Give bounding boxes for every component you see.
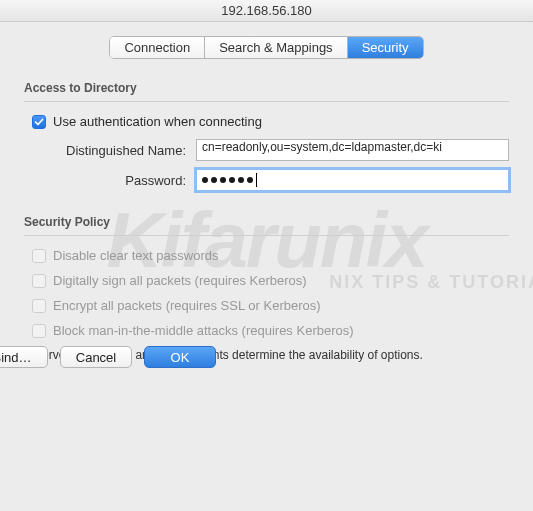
tab-bar: Connection Search & Mappings Security: [24, 36, 509, 59]
policy-row-cleartext: Disable clear text passwords: [32, 248, 509, 263]
tab-search-mappings[interactable]: Search & Mappings: [205, 37, 347, 58]
policy-encrypt-label: Encrypt all packets (requires SSL or Ker…: [53, 298, 321, 313]
use-auth-row[interactable]: Use authentication when connecting: [32, 114, 509, 129]
divider: [24, 101, 509, 102]
dn-label: Distinguished Name:: [36, 143, 196, 158]
divider: [24, 235, 509, 236]
ok-button[interactable]: OK: [144, 346, 216, 368]
distinguished-name-input[interactable]: cn=readonly,ou=system,dc=ldapmaster,dc=k…: [196, 139, 509, 161]
policy-mitm-label: Block man-in-the-middle attacks (require…: [53, 323, 354, 338]
use-auth-checkbox[interactable]: [32, 115, 46, 129]
window-title: 192.168.56.180: [0, 0, 533, 22]
bind-button[interactable]: Bind…: [0, 346, 48, 368]
check-icon: [34, 117, 44, 127]
policy-row-mitm: Block man-in-the-middle attacks (require…: [32, 323, 509, 338]
policy-sign-label: Digitally sign all packets (requires Ker…: [53, 273, 307, 288]
password-label: Password:: [36, 173, 196, 188]
policy-cleartext-label: Disable clear text passwords: [53, 248, 218, 263]
policy-mitm-checkbox: [32, 324, 46, 338]
policy-cleartext-checkbox: [32, 249, 46, 263]
use-auth-label: Use authentication when connecting: [53, 114, 262, 129]
policy-row-sign: Digitally sign all packets (requires Ker…: [32, 273, 509, 288]
tab-connection[interactable]: Connection: [110, 37, 205, 58]
policy-row-encrypt: Encrypt all packets (requires SSL or Ker…: [32, 298, 509, 313]
policy-encrypt-checkbox: [32, 299, 46, 313]
policy-heading: Security Policy: [24, 215, 509, 229]
access-heading: Access to Directory: [24, 81, 509, 95]
tab-security[interactable]: Security: [348, 37, 423, 58]
policy-sign-checkbox: [32, 274, 46, 288]
cancel-button[interactable]: Cancel: [60, 346, 132, 368]
password-input[interactable]: [196, 169, 509, 191]
